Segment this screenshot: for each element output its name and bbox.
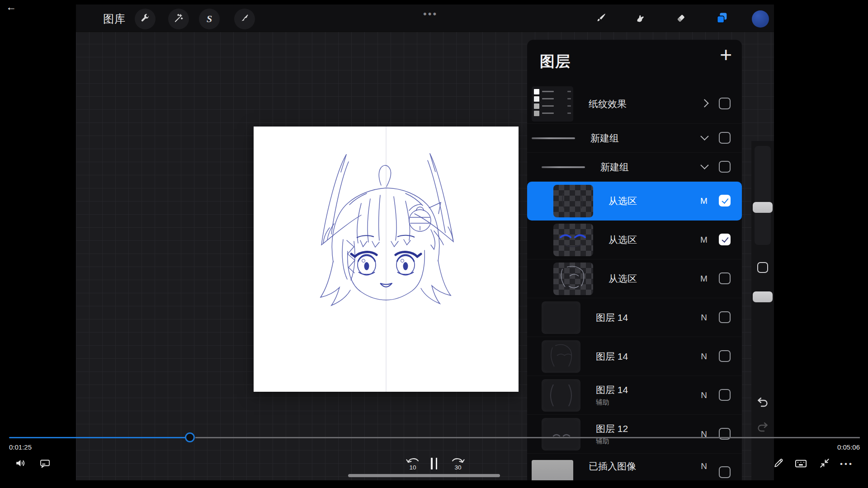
minimize-button[interactable] — [819, 458, 830, 470]
forward-30-button[interactable]: 30 — [449, 456, 467, 471]
smudge-button[interactable] — [630, 9, 651, 29]
layer-thumbnail — [542, 301, 580, 334]
visibility-checkbox[interactable] — [719, 234, 731, 245]
brush-size-slider-handle[interactable] — [753, 202, 773, 213]
layers-list: 纸纹效果 新建组 新建组 从选区 M — [527, 84, 742, 480]
visibility-checkbox[interactable] — [719, 161, 731, 173]
procreate-toolbar: 图库 S ••• — [76, 5, 774, 32]
layer-row[interactable]: 图层 14 N — [527, 298, 742, 337]
layers-panel-title: 图层 — [540, 52, 571, 72]
transform-button[interactable] — [234, 9, 255, 29]
blend-mode-badge[interactable]: N — [697, 461, 711, 471]
brush-button[interactable] — [590, 9, 611, 29]
volume-icon — [15, 462, 26, 469]
subtitles-button[interactable] — [40, 459, 50, 470]
layer-name: 图层 12 — [596, 422, 628, 435]
progress-bar-played[interactable] — [9, 437, 190, 438]
progress-bar-remaining[interactable] — [195, 437, 860, 438]
layer-row[interactable]: 图层 12 辅助 N — [527, 415, 742, 454]
progress-scrubber[interactable] — [185, 432, 195, 442]
layer-row[interactable]: 已插入图像 N — [527, 454, 742, 480]
pause-button[interactable] — [430, 458, 438, 469]
drawing-canvas[interactable] — [254, 127, 519, 392]
visibility-checkbox[interactable] — [719, 195, 731, 206]
undo-button[interactable] — [756, 397, 769, 409]
layer-thumbnail — [553, 185, 593, 217]
layer-row[interactable]: 图层 14 辅助 N — [527, 376, 742, 415]
layer-name: 已插入图像 — [589, 460, 636, 473]
smudge-icon — [634, 12, 646, 26]
layers-icon — [715, 11, 729, 27]
layer-row[interactable]: 新建组 — [527, 153, 742, 182]
actions-button[interactable] — [135, 9, 156, 29]
blend-mode-badge[interactable]: M — [697, 235, 711, 245]
magic-wand-icon — [174, 13, 184, 25]
layer-name: 图层 14 — [596, 350, 628, 363]
layer-thumbnail — [542, 418, 580, 450]
layer-row[interactable]: 新建组 — [527, 124, 742, 153]
subtitles-icon — [40, 462, 50, 469]
forward-30-label: 30 — [449, 464, 467, 471]
gallery-button[interactable]: 图库 — [103, 12, 126, 26]
layers-panel: 图层 + 纸纹效果 新建组 新建组 从选区 — [527, 40, 742, 480]
group-chevron-icon[interactable] — [699, 100, 710, 108]
layer-thumbnail — [532, 86, 573, 122]
blend-mode-badge[interactable]: M — [697, 274, 711, 284]
keyboard-pip-button[interactable] — [795, 459, 807, 470]
minimize-icon — [819, 462, 830, 470]
visibility-checkbox[interactable] — [719, 132, 731, 144]
keyboard-pip-icon — [795, 462, 807, 470]
layer-row[interactable]: 从选区 M — [527, 182, 742, 221]
layers-button[interactable] — [712, 9, 732, 29]
back-arrow-icon[interactable]: ← — [6, 1, 16, 13]
layer-subtitle: 辅助 — [596, 398, 628, 407]
group-chevron-icon[interactable] — [699, 134, 710, 142]
horizontal-scrollbar[interactable] — [348, 474, 500, 477]
eraser-button[interactable] — [670, 9, 691, 29]
layer-thumbnail — [542, 340, 580, 373]
layer-thumbnail — [532, 460, 573, 480]
procreate-video-frame: 图库 S ••• — [76, 5, 774, 480]
visibility-checkbox[interactable] — [719, 311, 731, 323]
redo-button[interactable] — [756, 422, 769, 434]
visibility-checkbox[interactable] — [719, 466, 731, 478]
visibility-checkbox[interactable] — [719, 350, 731, 362]
group-chevron-icon[interactable] — [699, 163, 710, 171]
layer-thumbnail — [532, 137, 575, 139]
layer-subtitle: 辅助 — [596, 437, 628, 446]
rewind-10-button[interactable]: 10 — [404, 456, 422, 471]
layer-name: 从选区 — [609, 234, 637, 246]
brush-size-slider-track[interactable] — [755, 146, 771, 245]
layer-row[interactable]: 从选区 M — [527, 221, 742, 259]
modify-button[interactable] — [757, 262, 768, 273]
blend-mode-badge[interactable]: N — [697, 352, 711, 361]
add-layer-button[interactable]: + — [720, 44, 732, 65]
rewind-10-label: 10 — [404, 464, 422, 471]
current-time: 0:01:25 — [9, 443, 32, 451]
layer-name: 从选区 — [609, 272, 637, 285]
blend-mode-badge[interactable]: M — [697, 196, 711, 206]
volume-button[interactable] — [15, 458, 26, 470]
visibility-checkbox[interactable] — [719, 272, 731, 284]
blend-mode-badge[interactable]: N — [697, 313, 711, 323]
visibility-checkbox[interactable] — [719, 98, 731, 109]
blend-mode-badge[interactable]: N — [697, 390, 711, 400]
color-swatch[interactable] — [752, 10, 769, 28]
adjustments-button[interactable] — [168, 9, 189, 29]
layer-row[interactable]: 图层 14 N — [527, 337, 742, 376]
transform-arrow-icon — [240, 13, 250, 25]
character-sketch — [254, 127, 519, 392]
canvas-menu-dots[interactable]: ••• — [423, 8, 438, 20]
layer-row[interactable]: 从选区 M — [527, 259, 742, 298]
side-controls — [751, 141, 774, 480]
eraser-icon — [675, 12, 687, 26]
layer-name: 纸纹效果 — [589, 98, 627, 110]
layer-row[interactable]: 纸纹效果 — [527, 84, 742, 124]
layer-thumbnail — [553, 224, 593, 256]
opacity-slider-handle[interactable] — [753, 291, 773, 302]
more-options-button[interactable]: ••• — [840, 460, 854, 469]
selection-button[interactable]: S — [199, 9, 220, 29]
visibility-checkbox[interactable] — [719, 389, 731, 401]
pencil-button[interactable] — [773, 457, 784, 470]
pencil-icon — [773, 462, 784, 470]
